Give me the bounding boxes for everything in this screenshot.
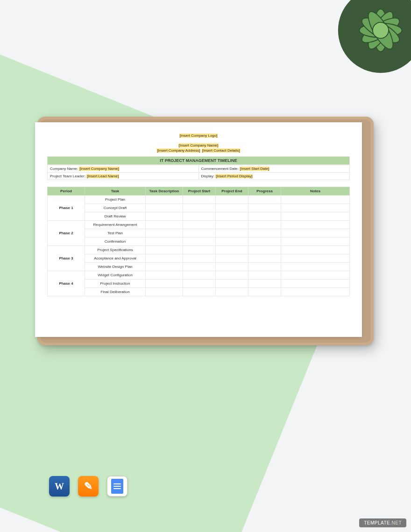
col-end: Project End xyxy=(216,187,248,196)
empty-cell xyxy=(183,254,216,263)
pages-icon[interactable]: ✎ xyxy=(78,476,99,497)
app-icons-row: W ✎ xyxy=(49,476,128,497)
empty-cell xyxy=(146,271,183,280)
company-name-label: Company Name: xyxy=(50,167,78,171)
empty-cell xyxy=(248,212,281,221)
succulent-plant-image xyxy=(336,0,411,75)
empty-cell xyxy=(146,229,183,238)
empty-cell xyxy=(248,221,281,229)
empty-cell xyxy=(216,280,248,288)
empty-cell xyxy=(281,238,350,246)
empty-cell xyxy=(216,229,248,238)
empty-cell xyxy=(216,238,248,246)
table-row: Project Team Leader: [Insert Lead Name] … xyxy=(48,173,350,180)
empty-cell xyxy=(216,204,248,212)
table-row: Company Name: [Insert Company Name] Comm… xyxy=(48,165,350,173)
pages-icon-glyph: ✎ xyxy=(84,480,92,492)
document-header: [Insert Company Logo] [Insert Company Na… xyxy=(47,133,350,153)
col-start: Project Start xyxy=(183,187,216,196)
empty-cell xyxy=(183,229,216,238)
empty-cell xyxy=(183,288,216,296)
phase-cell: Phase 4 xyxy=(48,271,85,296)
empty-cell xyxy=(146,246,183,254)
task-cell: Widget Configuration xyxy=(85,271,146,280)
word-icon-letter: W xyxy=(55,481,64,492)
task-cell: Acceptance and Approval xyxy=(85,254,146,263)
empty-cell xyxy=(183,212,216,221)
placeholder-company-name: [Insert Company Name] xyxy=(178,143,219,147)
task-cell: Confirmation xyxy=(85,238,146,246)
placeholder-contact: [Insert Contact Details] xyxy=(202,148,241,153)
team-leader-placeholder: [Insert Lead Name] xyxy=(86,174,119,178)
empty-cell xyxy=(183,263,216,271)
empty-cell xyxy=(248,263,281,271)
display-placeholder: [Insert Period Display] xyxy=(215,174,253,178)
team-leader-label: Project Team Leader: xyxy=(50,174,85,178)
empty-cell xyxy=(216,212,248,221)
empty-cell xyxy=(248,280,281,288)
task-cell: Draft Review xyxy=(85,212,146,221)
empty-cell xyxy=(216,288,248,296)
empty-cell xyxy=(281,221,350,229)
empty-cell xyxy=(281,204,350,212)
phase-cell: Phase 1 xyxy=(48,196,85,221)
table-row: Phase 4Widget Configuration xyxy=(48,271,350,280)
watermark: TEMPLATE.NET xyxy=(359,518,406,527)
empty-cell xyxy=(248,196,281,204)
document-title: IT PROJECT MANAGEMENT TIMELINE xyxy=(47,156,350,165)
empty-cell xyxy=(146,263,183,271)
empty-cell xyxy=(281,280,350,288)
display-label: Display: xyxy=(201,174,214,178)
phase-cell: Phase 3 xyxy=(48,246,85,271)
empty-cell xyxy=(248,271,281,280)
empty-cell xyxy=(216,246,248,254)
empty-cell xyxy=(183,271,216,280)
empty-cell xyxy=(248,288,281,296)
empty-cell xyxy=(146,238,183,246)
empty-cell xyxy=(216,271,248,280)
table-row: Concept Draft xyxy=(48,204,350,212)
table-row: Website Design Plan xyxy=(48,263,350,271)
svg-point-7 xyxy=(373,22,389,38)
empty-cell xyxy=(248,229,281,238)
col-task: Task xyxy=(85,187,146,196)
empty-cell xyxy=(146,280,183,288)
google-docs-icon[interactable] xyxy=(107,476,128,497)
empty-cell xyxy=(281,196,350,204)
task-cell: Project Specifications xyxy=(85,246,146,254)
empty-cell xyxy=(146,204,183,212)
table-row: Draft Review xyxy=(48,212,350,221)
empty-cell xyxy=(248,204,281,212)
task-cell: Final Deliberation xyxy=(85,288,146,296)
word-icon[interactable]: W xyxy=(49,476,70,497)
commencement-label: Commencement Date: xyxy=(201,167,239,171)
google-docs-icon-inner xyxy=(111,479,123,494)
empty-cell xyxy=(216,263,248,271)
watermark-suffix: .NET xyxy=(390,520,402,525)
task-cell: Project Plan xyxy=(85,196,146,204)
empty-cell xyxy=(146,288,183,296)
table-row: Acceptance and Approval xyxy=(48,254,350,263)
table-row: Confirmation xyxy=(48,238,350,246)
empty-cell xyxy=(281,212,350,221)
company-name-placeholder: [Insert Company Name] xyxy=(79,167,119,171)
empty-cell xyxy=(248,246,281,254)
empty-cell xyxy=(281,229,350,238)
empty-cell xyxy=(146,254,183,263)
empty-cell xyxy=(146,221,183,229)
col-notes: Notes xyxy=(281,187,350,196)
table-row: Project Instruction xyxy=(48,280,350,288)
info-table: Company Name: [Insert Company Name] Comm… xyxy=(47,165,350,180)
empty-cell xyxy=(146,196,183,204)
empty-cell xyxy=(248,254,281,263)
empty-cell xyxy=(281,271,350,280)
table-row: Phase 2Requirement Arrangement xyxy=(48,221,350,229)
empty-cell xyxy=(281,254,350,263)
table-row: Test Plan xyxy=(48,229,350,238)
watermark-brand: TEMPLATE xyxy=(364,520,390,525)
placeholder-address: [Insert Company Address] xyxy=(156,148,200,153)
table-header-row: Period Task Task Description Project Sta… xyxy=(48,187,350,196)
timeline-table: Period Task Task Description Project Sta… xyxy=(47,187,350,296)
empty-cell xyxy=(183,238,216,246)
commencement-placeholder: [Insert Start Date] xyxy=(240,167,270,171)
